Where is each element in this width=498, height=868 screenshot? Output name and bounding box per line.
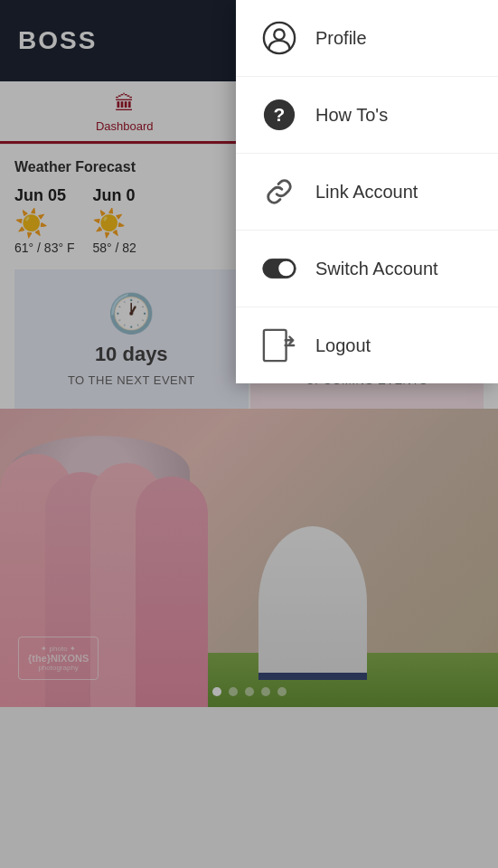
- menu-label-switch-account: Switch Account: [315, 259, 438, 279]
- menu-item-profile[interactable]: Profile: [236, 0, 498, 77]
- help-icon: ?: [261, 97, 297, 133]
- link-icon: [261, 174, 297, 210]
- svg-text:?: ?: [274, 104, 286, 125]
- menu-item-switch-account[interactable]: Switch Account: [236, 231, 498, 307]
- menu-item-link-account[interactable]: Link Account: [236, 154, 498, 231]
- menu-label-link-account: Link Account: [315, 182, 418, 203]
- menu-item-logout[interactable]: Logout: [236, 307, 498, 383]
- svg-point-1: [274, 30, 284, 40]
- dropdown-menu: Profile ? How To's Link Account Swit: [236, 0, 498, 383]
- menu-item-howtos[interactable]: ? How To's: [236, 77, 498, 154]
- menu-label-profile: Profile: [315, 28, 367, 49]
- menu-label-logout: Logout: [315, 335, 371, 356]
- toggle-icon: [261, 250, 297, 287]
- svg-rect-6: [264, 330, 287, 361]
- profile-icon: [261, 20, 297, 56]
- logout-icon: [261, 327, 297, 363]
- menu-label-howtos: How To's: [315, 105, 388, 126]
- svg-point-5: [278, 261, 294, 277]
